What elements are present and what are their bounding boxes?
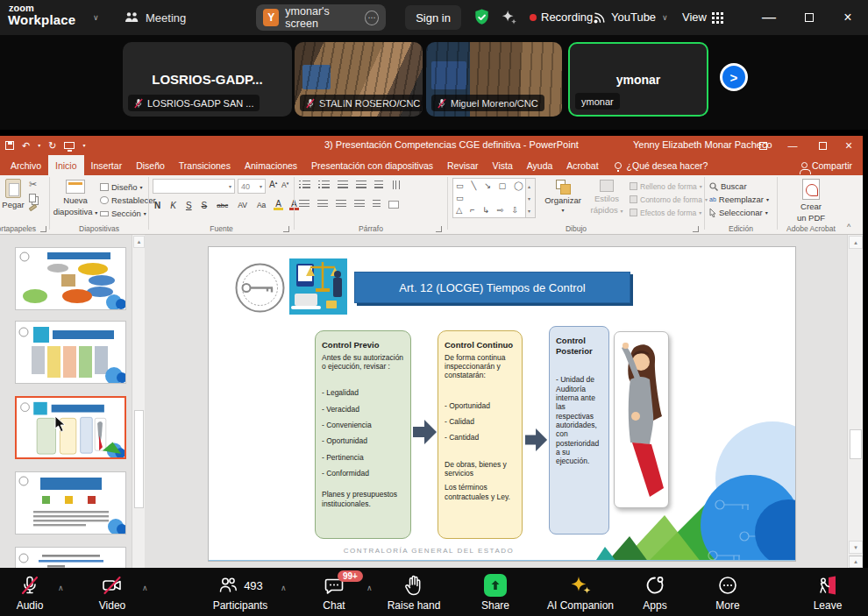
arrange-button[interactable]: Organizar ▾ (542, 180, 584, 213)
slide-thumbnail-3-selected[interactable] (15, 396, 126, 459)
create-pdf-button[interactable]: Crear un PDF (789, 179, 833, 223)
copy-icon[interactable] (29, 194, 36, 202)
dialog-launcher-icon[interactable] (693, 226, 699, 232)
shapes-gallery[interactable]: ▭ ╲ ↘ ▢ ◯ ▭ △ ⌐ ↳ ⇨ ⇩ ◇ ☆ ⌒ ∿ { } ▴ ▾ ▾ (452, 178, 536, 218)
font-size-combobox[interactable]: 40▾ (238, 179, 266, 194)
shrink-font-button[interactable]: A▾ (281, 181, 288, 189)
ai-companion-button[interactable]: AI Companion (537, 574, 624, 612)
line-spacing-icon[interactable] (374, 181, 383, 189)
abc-button[interactable]: abc (215, 202, 230, 209)
tab-meeting[interactable]: Meeting (125, 0, 186, 35)
share-button-ppt[interactable]: Compartir (801, 155, 852, 175)
participant-tile-miguel[interactable]: Miguel Moreno/CNC (426, 42, 562, 117)
tab-inicio[interactable]: Inicio (48, 155, 84, 175)
scroll-up-button[interactable]: ▴ (849, 236, 863, 249)
tab-presentacion[interactable]: Presentación con diapositivas (304, 155, 440, 175)
undo-dropdown-icon[interactable]: ▾ (38, 143, 40, 148)
view-button[interactable]: View (682, 11, 707, 24)
more-shapes-icon[interactable]: ▾ (528, 205, 533, 217)
chevron-down-icon[interactable]: ∨ (662, 13, 668, 22)
underline-button[interactable]: S (184, 201, 194, 210)
sparkle-icon[interactable] (500, 8, 519, 27)
tab-diseno[interactable]: Diseño (129, 155, 172, 175)
participants-button[interactable]: 493 Participants (203, 574, 277, 612)
scroll-up-icon[interactable]: ▴ (528, 181, 533, 193)
ribbon-display-options-button[interactable] (749, 136, 777, 155)
sign-in-button[interactable]: Sign in (405, 5, 461, 30)
align-left-icon[interactable] (299, 200, 309, 209)
previous-slide-button[interactable]: ▴ (849, 556, 863, 568)
change-case-button[interactable]: Aa (255, 201, 267, 209)
shape-effects-button[interactable]: Efectos de forma▾ (630, 206, 708, 219)
select-button[interactable]: Seleccionar ▾ (709, 206, 769, 219)
tab-acrobat[interactable]: Acrobat (559, 155, 605, 175)
bullets-icon[interactable] (299, 181, 310, 189)
participants-options-chevron[interactable]: ∧ (281, 584, 287, 592)
new-slide-button[interactable]: Nueva diapositiva ▾ (53, 180, 98, 216)
increase-indent-icon[interactable] (356, 181, 366, 189)
slide-thumbnail-2[interactable] (15, 321, 126, 384)
columns-icon[interactable] (373, 200, 381, 209)
ppt-minimize-button[interactable]: — (779, 136, 807, 155)
align-center-icon[interactable] (317, 200, 328, 209)
undo-icon[interactable]: ↶ (22, 141, 30, 151)
shield-check-icon[interactable] (472, 7, 492, 28)
ppt-close-button[interactable]: × (835, 136, 863, 155)
justify-icon[interactable] (354, 200, 365, 209)
more-button[interactable]: More (707, 574, 749, 612)
bold-button[interactable]: N (153, 201, 162, 210)
scroll-down-icon[interactable]: ▾ (528, 193, 533, 205)
slide-title-banner[interactable]: Art. 12 (LOCGE) Tiempos de Control (354, 272, 630, 303)
tab-archivo[interactable]: Archivo (4, 155, 48, 175)
numbering-icon[interactable] (318, 181, 330, 189)
slide-thumbnail-5[interactable] (15, 547, 126, 568)
raise-hand-button[interactable]: Raise hand (383, 574, 445, 612)
tab-revisar[interactable]: Revisar (440, 155, 486, 175)
audio-options-chevron[interactable]: ∧ (58, 584, 64, 592)
strikethrough-button[interactable]: S (200, 201, 210, 210)
audio-button[interactable]: Audio (5, 574, 54, 612)
thumbnails-scrollbar[interactable]: ▴ (132, 235, 145, 568)
share-button[interactable]: Share (472, 574, 519, 612)
youtube-live-button[interactable]: YouTube (611, 11, 656, 24)
video-button[interactable]: Video (88, 574, 137, 612)
italic-button[interactable]: K (168, 201, 178, 210)
smartart-convert-icon[interactable] (388, 201, 399, 209)
replace-button[interactable]: ab Reemplazar ▾ (709, 193, 769, 206)
tab-animaciones[interactable]: Animaciones (238, 155, 304, 175)
scrollbar-thumb[interactable] (850, 429, 862, 459)
slideshow-icon[interactable] (64, 142, 75, 149)
participant-tile-stalin[interactable]: STALIN ROSERO/CNC (295, 42, 423, 117)
minimize-button[interactable]: — (754, 0, 784, 35)
control-continuo-box[interactable]: Control Continuo De forma continua inspe… (438, 330, 523, 539)
video-options-chevron[interactable]: ∧ (142, 584, 148, 592)
editor-scrollbar[interactable]: ▴ ▾ ▴ (847, 235, 863, 568)
text-direction-icon[interactable] (391, 181, 400, 189)
find-button[interactable]: Buscar (709, 180, 769, 193)
shape-fill-button[interactable]: Relleno de forma▾ (630, 180, 708, 193)
cut-icon[interactable]: ✂ (29, 179, 37, 190)
tab-vista[interactable]: Vista (486, 155, 520, 175)
tab-ayuda[interactable]: Ayuda (520, 155, 560, 175)
control-previo-box[interactable]: Control Previo Antes de su autorización … (315, 330, 411, 539)
format-painter-icon[interactable] (29, 204, 38, 211)
more-options-icon[interactable]: ⋯ (365, 11, 379, 25)
font-name-combobox[interactable]: ▾ (153, 179, 235, 194)
slide-thumbnail-4[interactable] (15, 471, 126, 535)
maximize-button[interactable] (794, 0, 824, 35)
redo-icon[interactable]: ↻ (48, 141, 56, 151)
quick-styles-button[interactable]: Estilos rápidos ▾ (587, 180, 626, 215)
slide-thumbnail-1[interactable] (15, 247, 126, 310)
scroll-down-button[interactable]: ▾ (849, 541, 863, 554)
participant-tile-losrios[interactable]: LOSRIOS-GADP... LOSRIOS-GADP SAN ... (123, 42, 292, 117)
shapes-gallery-scroll[interactable]: ▴ ▾ ▾ (525, 179, 535, 218)
chat-options-chevron[interactable]: ∧ (366, 584, 373, 592)
chevron-down-icon[interactable]: ∨ (93, 13, 99, 22)
paste-button[interactable]: Pegar (1, 179, 25, 209)
scroll-up-button[interactable]: ▴ (133, 236, 145, 248)
apps-button[interactable]: Apps (633, 574, 677, 612)
highlight-button[interactable]: A (274, 200, 283, 210)
next-participants-button[interactable]: > (720, 63, 748, 91)
shape-outline-button[interactable]: Contorno de forma▾ (630, 193, 708, 206)
tab-insertar[interactable]: Insertar (84, 155, 130, 175)
